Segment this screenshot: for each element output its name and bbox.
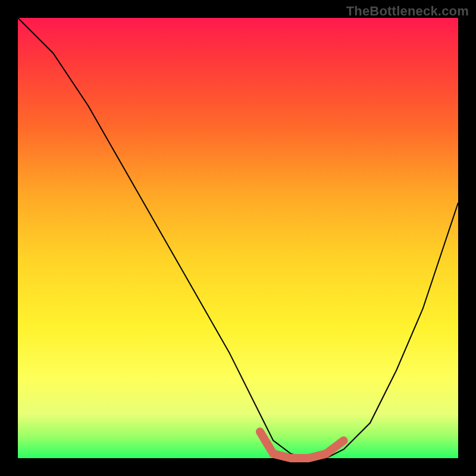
watermark-text: TheBottleneck.com [346, 4, 469, 19]
optimal-range-highlight [260, 432, 344, 458]
chart-svg [18, 18, 458, 458]
chart-frame [18, 18, 458, 458]
bottleneck-curve [18, 18, 458, 458]
